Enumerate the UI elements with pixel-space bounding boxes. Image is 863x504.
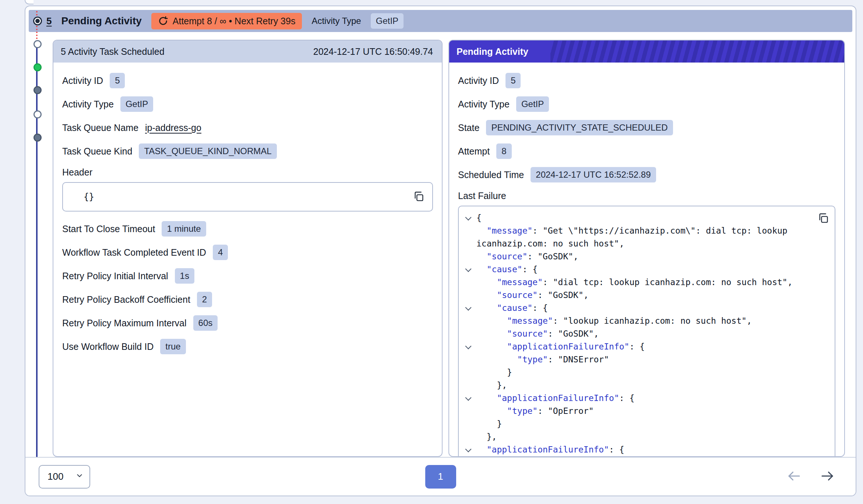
pagination-bar: 100 1 [25,457,856,496]
field-label: Attempt [458,146,490,157]
code-text: "source": "GoSDK", [476,289,589,302]
field-row: Retry Policy Initial Interval 1s [62,268,433,284]
field-row: Task Queue Name ip-address-go [62,120,433,135]
code-gutter [462,289,476,302]
code-text: "message": "lookup icanhazip.com: no suc… [476,315,752,327]
failure-code-line: } [462,418,818,430]
field-row: Use Workflow Build ID true [62,339,433,354]
event-title: Pending Activity [61,15,141,27]
code-gutter [462,327,476,340]
pending-activity-header: Pending Activity [449,40,844,63]
field-label: Start To Close Timeout [62,224,155,234]
retry-status-badge: Attempt 8 / ∞ • Next Retry 39s [151,13,302,29]
copy-icon [413,191,425,203]
chevron-down-icon [75,471,84,482]
event-id-link[interactable]: 5 [46,15,52,27]
timeline-dot-completed-2[interactable] [34,134,42,142]
code-text: "message": "dial tcp: lookup icanhazip.c… [476,276,793,289]
field-row: Activity ID 5 [62,73,433,88]
field-row: Activity ID 5 [458,73,835,88]
collapse-chevron-icon[interactable] [462,443,476,456]
field-value-badge: GetIP [120,96,153,111]
page-size-value: 100 [47,471,63,482]
code-text: { [476,212,482,224]
failure-code-line: "source": "GoSDK", [462,327,818,340]
copy-button[interactable] [816,212,830,226]
retry-pending-dotted-line [36,11,38,42]
code-text: } [476,418,502,430]
field-label: Workflow Task Completed Event ID [62,247,206,258]
code-text: "cause": { [476,302,548,315]
retry-badge-text: Attempt 8 / ∞ • Next Retry 39s [173,16,296,26]
task-queue-link[interactable]: ip-address-go [145,123,201,133]
last-failure-label: Last Failure [458,191,835,201]
field-value-badge: 5 [110,73,125,88]
event-details-card: 5 Pending Activity Attempt 8 / ∞ • Next … [25,6,856,496]
code-text: "applicationFailureInfo": { [476,443,624,456]
field-value-badge: 8 [496,143,511,159]
field-row: Attempt 8 [458,143,835,159]
code-gutter [462,276,476,289]
code-text: "applicationFailureInfo": { [476,340,645,353]
pending-activity-panel: Pending Activity Activity ID 5 Activity … [448,40,845,457]
field-value-badge: GetIP [516,96,549,111]
field-row: Activity Type GetIP [62,96,433,112]
failure-code-line: } [462,366,818,379]
field-value-badge: 1 minute [162,221,206,236]
field-row: Retry Policy Backoff Coefficient 2 [62,292,433,307]
field-value-badge: 60s [193,315,218,330]
collapse-chevron-icon[interactable] [462,212,476,224]
failure-code-line: "cause": { [462,302,818,315]
event-header-bar: 5 Pending Activity Attempt 8 / ∞ • Next … [29,10,852,32]
failure-code-line: "applicationFailureInfo": { [462,340,818,353]
code-text: "source": "GoSDK", [476,250,578,263]
activity-type-label: Activity Type [311,16,361,26]
code-gutter [462,418,476,430]
timeline-dot-completed-1[interactable] [34,86,42,94]
timeline-dot-active[interactable] [34,63,42,71]
activity-type-badge: GetIP [371,13,404,28]
field-row: Task Queue Kind TASK_QUEUE_KIND_NORMAL [62,143,433,159]
header-payload-label: Header [62,167,433,178]
next-page-button[interactable] [820,468,835,485]
failure-code-line: "type": "DNSError" [462,353,818,366]
code-text: "type": "OpError" [476,405,594,418]
failure-code-line: "message": "Get \"https://icanhazip.com\… [462,224,818,250]
failure-code-line: "message": "lookup icanhazip.com: no suc… [462,315,818,327]
field-label: State [458,123,479,133]
failure-code-line: }, [462,430,818,443]
field-row: Scheduled Time 2024-12-17 UTC 16:52:52.8… [458,167,835,182]
code-gutter [462,250,476,263]
field-label: Scheduled Time [458,170,524,180]
copy-button[interactable] [412,190,426,204]
collapse-chevron-icon[interactable] [462,302,476,315]
collapse-chevron-icon[interactable] [462,263,476,276]
selected-event-dot[interactable] [33,17,42,25]
field-row: Start To Close Timeout 1 minute [62,221,433,237]
field-row: Activity Type GetIP [458,96,835,112]
prev-page-button[interactable] [786,468,802,485]
timeline-dot-open-1[interactable] [34,40,42,48]
code-text: }, [476,430,497,443]
failure-code-line: "source": "GoSDK", [462,250,818,263]
field-value-badge: 1s [175,268,194,283]
copy-icon [817,212,829,225]
code-text: "type": "DNSError" [476,353,609,366]
code-gutter [462,405,476,418]
page-size-select[interactable]: 100 [39,465,90,489]
field-label: Activity ID [62,75,103,86]
collapse-chevron-icon[interactable] [462,392,476,405]
arrow-right-icon [820,468,835,485]
code-text: "cause": { [476,263,538,276]
failure-code-line: "type": "OpError" [462,405,818,418]
field-value-badge: 2024-12-17 UTC 16:52:52.89 [531,167,656,182]
retry-icon [158,16,168,26]
field-label: Activity Type [458,99,510,110]
page-number-button[interactable]: 1 [425,465,456,489]
failure-code-line: "applicationFailureInfo": { [462,392,818,405]
field-label: Retry Policy Initial Interval [62,271,168,281]
collapse-chevron-icon[interactable] [462,340,476,353]
timeline-dot-open-2[interactable] [34,110,42,118]
code-gutter [462,353,476,366]
failure-code-line: }, [462,379,818,392]
